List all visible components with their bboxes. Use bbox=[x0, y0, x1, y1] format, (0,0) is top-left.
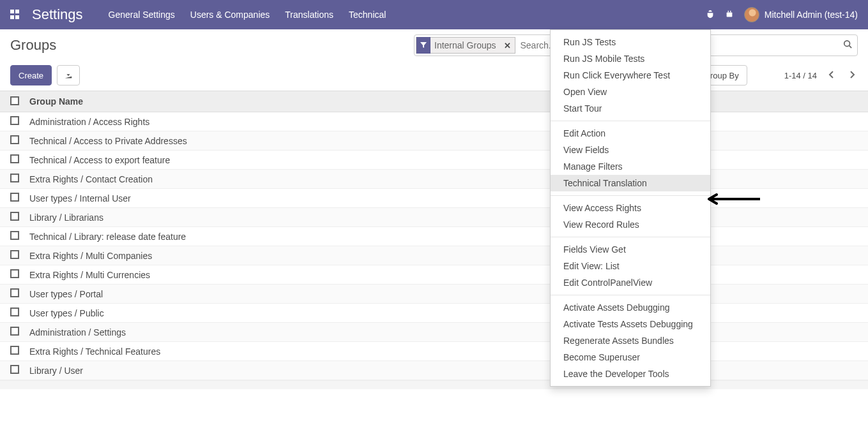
row-checkbox[interactable] bbox=[10, 174, 19, 182]
menu-divider bbox=[551, 121, 710, 121]
table-row[interactable]: Technical / Library: release date featur… bbox=[0, 227, 868, 246]
row-label: User types / Public bbox=[29, 308, 104, 318]
row-checkbox[interactable] bbox=[10, 231, 19, 240]
menu-item[interactable]: Activate Tests Assets Debugging bbox=[551, 316, 710, 332]
table-row[interactable]: Library / Librarians bbox=[0, 208, 868, 227]
table-row[interactable]: User types / Portal bbox=[0, 285, 868, 304]
funnel-icon bbox=[416, 37, 430, 54]
menu-item[interactable]: Become Superuser bbox=[551, 349, 710, 366]
menu-item[interactable]: Manage Filters bbox=[551, 158, 710, 175]
annotation-arrow bbox=[703, 193, 760, 207]
row-label: Administration / Settings bbox=[29, 327, 126, 337]
nav-translations[interactable]: Translations bbox=[285, 10, 333, 20]
list-footer bbox=[0, 380, 868, 389]
row-label: Library / Librarians bbox=[29, 212, 103, 223]
bug-icon[interactable] bbox=[706, 10, 715, 20]
row-checkbox[interactable] bbox=[10, 327, 19, 336]
avatar bbox=[744, 7, 759, 22]
svg-rect-0 bbox=[726, 12, 732, 17]
row-label: User types / Internal User bbox=[29, 193, 131, 204]
list-view: Group Name Administration / Access Right… bbox=[0, 91, 868, 389]
table-row[interactable]: Technical / Access to Private Addresses bbox=[0, 131, 868, 151]
row-checkbox[interactable] bbox=[10, 288, 19, 297]
app-brand[interactable]: Settings bbox=[32, 6, 83, 23]
row-checkbox[interactable] bbox=[10, 116, 19, 125]
menu-item[interactable]: Technical Translation bbox=[551, 175, 710, 191]
pager-next[interactable] bbox=[846, 70, 858, 81]
row-checkbox[interactable] bbox=[10, 365, 19, 374]
facet-remove[interactable]: ✕ bbox=[500, 41, 515, 50]
svg-point-1 bbox=[844, 41, 850, 47]
menu-item[interactable]: Activate Assets Debugging bbox=[551, 299, 710, 316]
navbar: Settings General Settings Users & Compan… bbox=[0, 0, 868, 29]
row-label: Technical / Access to export feature bbox=[29, 155, 170, 165]
menu-item[interactable]: View Access Rights bbox=[551, 200, 710, 216]
nav-technical[interactable]: Technical bbox=[349, 10, 386, 20]
user-menu[interactable]: Mitchell Admin (test-14) bbox=[744, 7, 858, 22]
menu-divider bbox=[551, 295, 710, 295]
facet-label: Internal Groups bbox=[430, 40, 500, 50]
menu-item[interactable]: Edit View: List bbox=[551, 258, 710, 274]
row-label: Administration / Access Rights bbox=[29, 117, 149, 127]
pager-prev[interactable] bbox=[826, 70, 837, 81]
row-checkbox[interactable] bbox=[10, 308, 19, 316]
row-checkbox[interactable] bbox=[10, 154, 19, 163]
menu-item[interactable]: Run JS Tests bbox=[551, 34, 710, 50]
nav-users-companies[interactable]: Users & Companies bbox=[190, 10, 270, 20]
control-panel: Groups Internal Groups ✕ Create bbox=[0, 29, 868, 88]
row-label: Technical / Access to Private Addresses bbox=[29, 136, 187, 146]
row-label: Extra Rights / Contact Creation bbox=[29, 174, 153, 184]
menu-item[interactable]: Open View bbox=[551, 84, 710, 100]
row-checkbox[interactable] bbox=[10, 212, 19, 221]
menu-item[interactable]: Edit ControlPanelView bbox=[551, 274, 710, 291]
menu-item[interactable]: Run Click Everywhere Test bbox=[551, 67, 710, 84]
row-label: Library / User bbox=[29, 366, 83, 376]
row-checkbox[interactable] bbox=[10, 193, 19, 202]
table-row[interactable]: User types / Public bbox=[0, 304, 868, 323]
table-row[interactable]: Extra Rights / Technical Features bbox=[0, 342, 868, 361]
table-row[interactable]: Extra Rights / Contact Creation bbox=[0, 170, 868, 189]
export-button[interactable] bbox=[57, 65, 80, 85]
debug-icon[interactable] bbox=[725, 10, 734, 20]
table-row[interactable]: Administration / Access Rights bbox=[0, 112, 868, 131]
menu-item[interactable]: Start Tour bbox=[551, 100, 710, 117]
row-checkbox[interactable] bbox=[10, 269, 19, 278]
list-header: Group Name bbox=[0, 91, 868, 112]
pager[interactable]: 1-14 / 14 bbox=[784, 71, 817, 80]
row-label: User types / Portal bbox=[29, 289, 103, 299]
row-checkbox[interactable] bbox=[10, 135, 19, 144]
table-row[interactable]: Library / User bbox=[0, 361, 868, 380]
breadcrumb: Groups bbox=[10, 34, 414, 54]
table-row[interactable]: Administration / Settings bbox=[0, 323, 868, 342]
row-checkbox[interactable] bbox=[10, 346, 19, 355]
row-label: Extra Rights / Multi Currencies bbox=[29, 270, 150, 280]
nav-menu: General Settings Users & Companies Trans… bbox=[109, 10, 706, 20]
menu-item[interactable]: View Fields bbox=[551, 142, 710, 158]
table-row[interactable]: Technical / Access to export feature bbox=[0, 151, 868, 170]
user-name: Mitchell Admin (test-14) bbox=[765, 10, 858, 20]
menu-divider bbox=[551, 195, 710, 196]
row-checkbox[interactable] bbox=[10, 250, 19, 259]
row-label: Technical / Library: release date featur… bbox=[29, 232, 186, 242]
table-row[interactable]: Extra Rights / Multi Currencies bbox=[0, 265, 868, 285]
menu-item[interactable]: Edit Action bbox=[551, 125, 710, 142]
menu-item[interactable]: Regenerate Assets Bundles bbox=[551, 332, 710, 349]
nav-general-settings[interactable]: General Settings bbox=[109, 10, 175, 20]
select-all-checkbox[interactable] bbox=[10, 96, 19, 105]
create-button[interactable]: Create bbox=[10, 65, 52, 85]
column-header-name[interactable]: Group Name bbox=[29, 96, 83, 107]
search-facet: Internal Groups ✕ bbox=[416, 37, 515, 54]
apps-icon[interactable] bbox=[10, 10, 20, 20]
table-row[interactable]: Extra Rights / Multi Companies bbox=[0, 246, 868, 265]
developer-menu: Run JS TestsRun JS Mobile TestsRun Click… bbox=[550, 29, 711, 387]
menu-item[interactable]: View Record Rules bbox=[551, 216, 710, 233]
menu-item[interactable]: Fields View Get bbox=[551, 241, 710, 258]
row-label: Extra Rights / Technical Features bbox=[29, 346, 160, 357]
menu-divider bbox=[551, 237, 710, 237]
menu-item[interactable]: Leave the Developer Tools bbox=[551, 366, 710, 382]
menu-item[interactable]: Run JS Mobile Tests bbox=[551, 50, 710, 67]
row-label: Extra Rights / Multi Companies bbox=[29, 251, 152, 261]
search-icon[interactable] bbox=[839, 40, 852, 51]
